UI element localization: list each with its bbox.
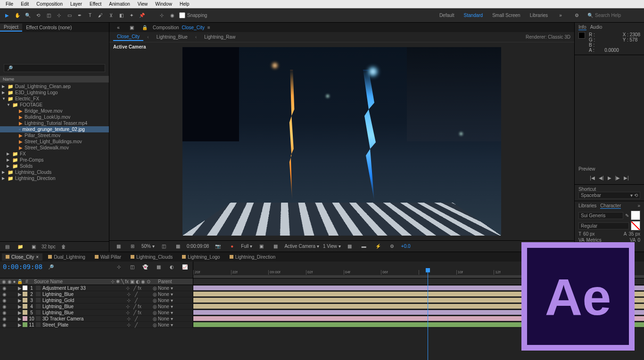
- layer-color-box[interactable]: [23, 298, 27, 303]
- anchor-tool-icon[interactable]: ⊹: [55, 11, 63, 20]
- roi-icon[interactable]: ▣: [257, 242, 265, 251]
- layer-name[interactable]: Lightning_Blue: [41, 292, 126, 297]
- parent-dropdown[interactable]: None ▾: [158, 292, 191, 297]
- resolution-icon[interactable]: ◫: [159, 242, 168, 251]
- rotate-tool-icon[interactable]: ⟲: [34, 11, 42, 20]
- layer-color-box[interactable]: [23, 322, 27, 327]
- playhead[interactable]: [428, 270, 428, 360]
- camera-tool-icon[interactable]: ◫: [44, 11, 53, 20]
- shape-tool-icon[interactable]: ▭: [65, 11, 74, 20]
- layer-switches[interactable]: ⊹ ╱: [127, 322, 141, 327]
- comp-tab-lightning-blue[interactable]: Lightning_Blue: [153, 33, 191, 41]
- selection-tool-icon[interactable]: ▶: [3, 11, 11, 20]
- tab-effect-controls[interactable]: Effect Controls (none): [22, 24, 75, 31]
- timeline-tab-close-city[interactable]: Close_City ×: [2, 254, 42, 261]
- panel-expand-icon[interactable]: »: [637, 203, 640, 209]
- parent-pickwhip-icon[interactable]: ◎: [153, 298, 157, 303]
- next-frame-icon[interactable]: |▶: [615, 175, 620, 180]
- workspace-standard[interactable]: Standard: [462, 12, 485, 19]
- tree-item[interactable]: ▶Building_LookUp.mov: [0, 114, 109, 120]
- workspace-default[interactable]: Default: [438, 12, 456, 19]
- layer-name[interactable]: Street_Plate: [41, 322, 126, 327]
- play-icon[interactable]: ▶: [608, 175, 611, 180]
- tab-project[interactable]: Project: [0, 24, 22, 32]
- parent-dropdown[interactable]: None ▾: [158, 310, 191, 315]
- parent-dropdown[interactable]: None ▾: [158, 304, 191, 309]
- visibility-icon[interactable]: ◉: [2, 304, 7, 309]
- first-frame-icon[interactable]: |◀: [590, 175, 595, 180]
- tab-libraries[interactable]: Libraries: [578, 203, 596, 209]
- layer-switches[interactable]: ⊹ ╱ fx: [126, 304, 141, 309]
- layer-color-box[interactable]: [23, 310, 27, 315]
- tab-info[interactable]: Info: [578, 25, 586, 30]
- visibility-icon[interactable]: ◉: [2, 322, 7, 327]
- frame-blend-icon[interactable]: ▦: [154, 262, 163, 271]
- timeline-timecode[interactable]: 0:00:09:08: [3, 263, 42, 270]
- fill-swatch[interactable]: [631, 211, 640, 220]
- tree-item[interactable]: ▶Street_Light_Buildings.mov: [0, 139, 109, 145]
- timeline-tab-lightning-logo[interactable]: Lightning_Logo: [178, 254, 223, 261]
- parent-dropdown[interactable]: None ▾: [158, 298, 191, 303]
- tree-item[interactable]: ▼📁FOOTAGE: [0, 102, 109, 108]
- eraser-tool-icon[interactable]: ◧: [117, 11, 125, 20]
- tree-item[interactable]: ▶Street_Sidewalk.mov: [0, 145, 109, 151]
- grid-icon[interactable]: ⊞: [128, 242, 137, 251]
- channel-r-icon[interactable]: ●: [228, 242, 236, 251]
- expand-icon[interactable]: ▶: [7, 164, 10, 168]
- shy-icon[interactable]: 👻: [141, 262, 149, 271]
- font-family-dropdown[interactable]: Sui Generis: [578, 212, 623, 219]
- visibility-icon[interactable]: ◉: [2, 292, 7, 297]
- stroke-swatch[interactable]: [631, 221, 640, 230]
- tree-item[interactable]: ▶📁Pre-Comps: [0, 157, 109, 163]
- visibility-icon[interactable]: ◉: [2, 298, 7, 303]
- col-source-name[interactable]: Source Name: [30, 279, 111, 284]
- tracking[interactable]: 0: [637, 237, 640, 243]
- menu-layer[interactable]: Layer: [66, 1, 86, 7]
- comp-active-name[interactable]: Close_City: [182, 25, 205, 30]
- parent-dropdown[interactable]: None ▾: [158, 286, 191, 291]
- tree-item[interactable]: ▫mixed_grunge_texture_02.jpg: [0, 126, 109, 132]
- layer-name[interactable]: Lightning_Gold: [41, 298, 126, 303]
- text-tool-icon[interactable]: T: [86, 11, 94, 20]
- timeline-tab-wall-pillar[interactable]: Wall Pillar: [91, 254, 125, 261]
- roto-tool-icon[interactable]: ✦: [127, 11, 136, 20]
- expand-icon[interactable]: ▶: [2, 176, 6, 180]
- tree-item[interactable]: ▶📁Solids: [0, 163, 109, 169]
- workspace-libraries[interactable]: Libraries: [528, 12, 550, 19]
- transparency-icon[interactable]: ▦: [271, 242, 280, 251]
- interpret-footage-icon[interactable]: ▤: [3, 243, 11, 251]
- tree-item[interactable]: ▶Lightning_Tutorial Teaser.mp4: [0, 120, 109, 126]
- layer-name[interactable]: 3D Tracker Camera: [41, 316, 126, 321]
- menu-effect[interactable]: Effect: [86, 1, 105, 7]
- brush-tool-icon[interactable]: 🖌: [96, 11, 105, 20]
- prev-frame-icon[interactable]: ◀|: [599, 175, 604, 180]
- parent-pickwhip-icon[interactable]: ◎: [153, 322, 157, 327]
- expand-icon[interactable]: ▶: [7, 152, 10, 156]
- tree-item[interactable]: ▶📁FX: [0, 151, 109, 157]
- timeline-tab-lightning-clouds[interactable]: Lightning_Clouds: [127, 254, 176, 261]
- gear-icon[interactable]: ⚙: [572, 11, 581, 20]
- last-frame-icon[interactable]: ▶|: [624, 175, 629, 180]
- expand-icon[interactable]: ▶: [2, 90, 6, 95]
- menu-view[interactable]: View: [134, 1, 152, 7]
- graph-editor-icon[interactable]: 📈: [181, 262, 189, 271]
- parent-pickwhip-icon[interactable]: ◎: [153, 310, 157, 315]
- workspace-small-screen[interactable]: Small Screen: [490, 12, 522, 19]
- camera-dropdown[interactable]: Active Camera ▾: [284, 244, 319, 249]
- panel-menu-icon[interactable]: ≡: [207, 25, 210, 30]
- font-size[interactable]: 60 px: [583, 231, 594, 237]
- layer-name[interactable]: Lightning_Blue: [41, 304, 125, 309]
- visibility-icon[interactable]: ◉: [2, 310, 7, 315]
- expand-icon[interactable]: ▶: [18, 298, 22, 303]
- tree-item[interactable]: ▶Bridge_Move.mov: [0, 108, 109, 114]
- expand-icon[interactable]: ▶: [18, 310, 22, 315]
- pixel-aspect-icon[interactable]: ▬: [360, 242, 368, 251]
- col-parent[interactable]: Parent: [158, 279, 191, 284]
- expand-icon[interactable]: ▼: [7, 103, 10, 107]
- viewer[interactable]: Active Camera: [109, 42, 574, 240]
- expand-icon[interactable]: ▶: [2, 84, 6, 89]
- tree-item[interactable]: ▶📁Lightning_Direction: [0, 175, 109, 181]
- project-tree[interactable]: ▶📁Dual_Lightning_Clean.aep▶📁E3D_Lightnin…: [0, 82, 109, 241]
- snapping-checkbox[interactable]: [179, 12, 185, 18]
- parent-pickwhip-icon[interactable]: ◎: [153, 304, 157, 309]
